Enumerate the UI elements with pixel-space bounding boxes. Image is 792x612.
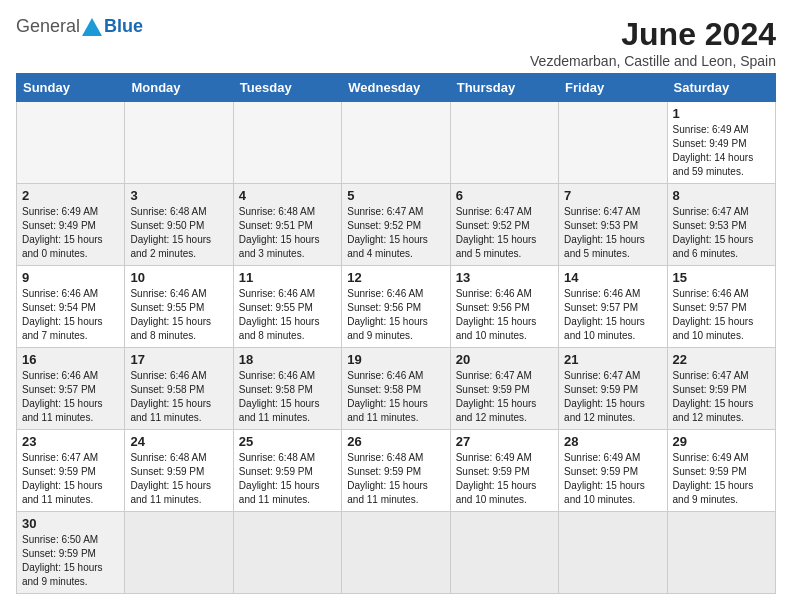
day-number: 3 (130, 188, 227, 203)
page-container: General Blue June 2024 Vezdemarban, Cast… (16, 16, 776, 594)
calendar-table: SundayMondayTuesdayWednesdayThursdayFrid… (16, 73, 776, 594)
calendar-week-row: 16Sunrise: 6:46 AM Sunset: 9:57 PM Dayli… (17, 348, 776, 430)
calendar-day-cell: 3Sunrise: 6:48 AM Sunset: 9:50 PM Daylig… (125, 184, 233, 266)
location-title: Vezdemarban, Castille and Leon, Spain (530, 53, 776, 69)
day-info: Sunrise: 6:46 AM Sunset: 9:54 PM Dayligh… (22, 287, 119, 343)
day-number: 26 (347, 434, 444, 449)
weekday-header-saturday: Saturday (667, 74, 775, 102)
day-info: Sunrise: 6:47 AM Sunset: 9:52 PM Dayligh… (347, 205, 444, 261)
day-info: Sunrise: 6:48 AM Sunset: 9:59 PM Dayligh… (347, 451, 444, 507)
day-number: 14 (564, 270, 661, 285)
logo-blue-text: Blue (104, 16, 143, 37)
day-number: 15 (673, 270, 770, 285)
calendar-day-cell: 25Sunrise: 6:48 AM Sunset: 9:59 PM Dayli… (233, 430, 341, 512)
day-info: Sunrise: 6:49 AM Sunset: 9:59 PM Dayligh… (564, 451, 661, 507)
day-number: 18 (239, 352, 336, 367)
calendar-day-cell: 9Sunrise: 6:46 AM Sunset: 9:54 PM Daylig… (17, 266, 125, 348)
weekday-header-thursday: Thursday (450, 74, 558, 102)
calendar-day-cell: 4Sunrise: 6:48 AM Sunset: 9:51 PM Daylig… (233, 184, 341, 266)
calendar-day-cell (342, 512, 450, 594)
calendar-day-cell (125, 102, 233, 184)
calendar-day-cell: 15Sunrise: 6:46 AM Sunset: 9:57 PM Dayli… (667, 266, 775, 348)
day-info: Sunrise: 6:46 AM Sunset: 9:57 PM Dayligh… (22, 369, 119, 425)
calendar-day-cell: 26Sunrise: 6:48 AM Sunset: 9:59 PM Dayli… (342, 430, 450, 512)
calendar-day-cell: 5Sunrise: 6:47 AM Sunset: 9:52 PM Daylig… (342, 184, 450, 266)
day-info: Sunrise: 6:46 AM Sunset: 9:55 PM Dayligh… (130, 287, 227, 343)
logo-area: General Blue (16, 16, 143, 37)
calendar-day-cell: 1Sunrise: 6:49 AM Sunset: 9:49 PM Daylig… (667, 102, 775, 184)
day-number: 2 (22, 188, 119, 203)
day-info: Sunrise: 6:47 AM Sunset: 9:53 PM Dayligh… (673, 205, 770, 261)
calendar-day-cell (17, 102, 125, 184)
calendar-day-cell: 16Sunrise: 6:46 AM Sunset: 9:57 PM Dayli… (17, 348, 125, 430)
weekday-header-friday: Friday (559, 74, 667, 102)
weekday-header-monday: Monday (125, 74, 233, 102)
calendar-day-cell: 30Sunrise: 6:50 AM Sunset: 9:59 PM Dayli… (17, 512, 125, 594)
day-info: Sunrise: 6:49 AM Sunset: 9:49 PM Dayligh… (673, 123, 770, 179)
day-info: Sunrise: 6:48 AM Sunset: 9:50 PM Dayligh… (130, 205, 227, 261)
day-info: Sunrise: 6:46 AM Sunset: 9:58 PM Dayligh… (239, 369, 336, 425)
calendar-day-cell: 17Sunrise: 6:46 AM Sunset: 9:58 PM Dayli… (125, 348, 233, 430)
day-number: 5 (347, 188, 444, 203)
calendar-day-cell: 6Sunrise: 6:47 AM Sunset: 9:52 PM Daylig… (450, 184, 558, 266)
calendar-week-row: 9Sunrise: 6:46 AM Sunset: 9:54 PM Daylig… (17, 266, 776, 348)
day-number: 12 (347, 270, 444, 285)
day-number: 24 (130, 434, 227, 449)
calendar-day-cell: 28Sunrise: 6:49 AM Sunset: 9:59 PM Dayli… (559, 430, 667, 512)
calendar-week-row: 2Sunrise: 6:49 AM Sunset: 9:49 PM Daylig… (17, 184, 776, 266)
day-info: Sunrise: 6:47 AM Sunset: 9:59 PM Dayligh… (22, 451, 119, 507)
weekday-header-wednesday: Wednesday (342, 74, 450, 102)
day-info: Sunrise: 6:46 AM Sunset: 9:58 PM Dayligh… (347, 369, 444, 425)
day-number: 19 (347, 352, 444, 367)
day-info: Sunrise: 6:46 AM Sunset: 9:56 PM Dayligh… (456, 287, 553, 343)
calendar-day-cell: 14Sunrise: 6:46 AM Sunset: 9:57 PM Dayli… (559, 266, 667, 348)
day-number: 13 (456, 270, 553, 285)
day-number: 30 (22, 516, 119, 531)
calendar-day-cell (559, 102, 667, 184)
day-number: 25 (239, 434, 336, 449)
calendar-day-cell: 8Sunrise: 6:47 AM Sunset: 9:53 PM Daylig… (667, 184, 775, 266)
calendar-week-row: 30Sunrise: 6:50 AM Sunset: 9:59 PM Dayli… (17, 512, 776, 594)
day-info: Sunrise: 6:46 AM Sunset: 9:57 PM Dayligh… (673, 287, 770, 343)
day-info: Sunrise: 6:48 AM Sunset: 9:59 PM Dayligh… (130, 451, 227, 507)
day-number: 16 (22, 352, 119, 367)
day-info: Sunrise: 6:46 AM Sunset: 9:57 PM Dayligh… (564, 287, 661, 343)
day-number: 10 (130, 270, 227, 285)
day-info: Sunrise: 6:47 AM Sunset: 9:52 PM Dayligh… (456, 205, 553, 261)
day-number: 11 (239, 270, 336, 285)
calendar-day-cell: 11Sunrise: 6:46 AM Sunset: 9:55 PM Dayli… (233, 266, 341, 348)
header: General Blue June 2024 Vezdemarban, Cast… (16, 16, 776, 69)
calendar-week-row: 23Sunrise: 6:47 AM Sunset: 9:59 PM Dayli… (17, 430, 776, 512)
calendar-day-cell (233, 512, 341, 594)
calendar-day-cell: 21Sunrise: 6:47 AM Sunset: 9:59 PM Dayli… (559, 348, 667, 430)
calendar-day-cell: 23Sunrise: 6:47 AM Sunset: 9:59 PM Dayli… (17, 430, 125, 512)
calendar-day-cell: 10Sunrise: 6:46 AM Sunset: 9:55 PM Dayli… (125, 266, 233, 348)
calendar-day-cell (233, 102, 341, 184)
calendar-day-cell: 18Sunrise: 6:46 AM Sunset: 9:58 PM Dayli… (233, 348, 341, 430)
calendar-day-cell: 2Sunrise: 6:49 AM Sunset: 9:49 PM Daylig… (17, 184, 125, 266)
calendar-day-cell: 20Sunrise: 6:47 AM Sunset: 9:59 PM Dayli… (450, 348, 558, 430)
calendar-day-cell: 7Sunrise: 6:47 AM Sunset: 9:53 PM Daylig… (559, 184, 667, 266)
day-info: Sunrise: 6:47 AM Sunset: 9:53 PM Dayligh… (564, 205, 661, 261)
day-info: Sunrise: 6:48 AM Sunset: 9:59 PM Dayligh… (239, 451, 336, 507)
calendar-day-cell: 13Sunrise: 6:46 AM Sunset: 9:56 PM Dayli… (450, 266, 558, 348)
calendar-day-cell (667, 512, 775, 594)
calendar-day-cell: 19Sunrise: 6:46 AM Sunset: 9:58 PM Dayli… (342, 348, 450, 430)
weekday-header-row: SundayMondayTuesdayWednesdayThursdayFrid… (17, 74, 776, 102)
calendar-day-cell: 29Sunrise: 6:49 AM Sunset: 9:59 PM Dayli… (667, 430, 775, 512)
day-info: Sunrise: 6:47 AM Sunset: 9:59 PM Dayligh… (456, 369, 553, 425)
calendar-day-cell (559, 512, 667, 594)
calendar-day-cell (450, 512, 558, 594)
logo-general-text: General (16, 16, 80, 37)
day-info: Sunrise: 6:49 AM Sunset: 9:59 PM Dayligh… (456, 451, 553, 507)
month-title: June 2024 (530, 16, 776, 53)
calendar-day-cell (450, 102, 558, 184)
day-info: Sunrise: 6:47 AM Sunset: 9:59 PM Dayligh… (564, 369, 661, 425)
day-info: Sunrise: 6:50 AM Sunset: 9:59 PM Dayligh… (22, 533, 119, 589)
day-number: 29 (673, 434, 770, 449)
day-number: 1 (673, 106, 770, 121)
calendar-day-cell (125, 512, 233, 594)
day-info: Sunrise: 6:46 AM Sunset: 9:55 PM Dayligh… (239, 287, 336, 343)
day-number: 28 (564, 434, 661, 449)
day-number: 9 (22, 270, 119, 285)
